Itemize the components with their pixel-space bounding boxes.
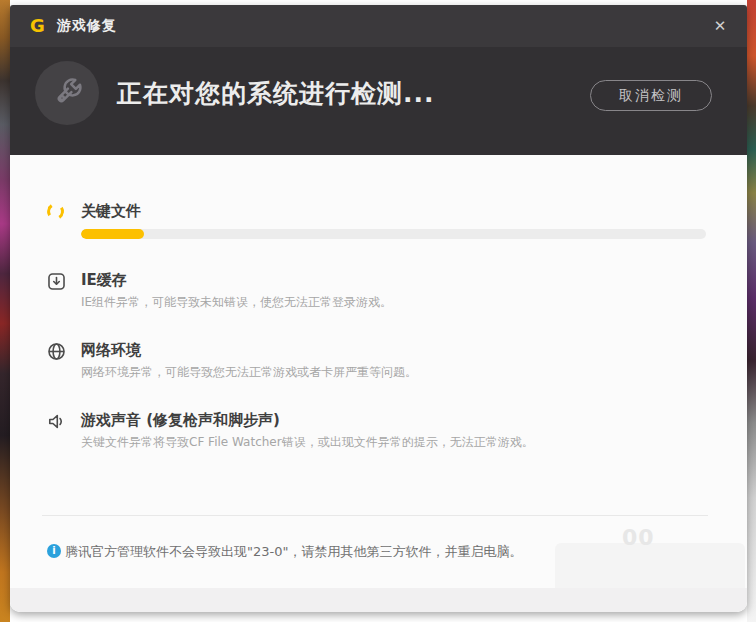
- game-repair-window: G 游戏修复 ✕ 正在对您的系统进行检测... 取消检测: [10, 5, 747, 612]
- window-title: 游戏修复: [57, 17, 117, 35]
- check-title: 游戏声音 (修复枪声和脚步声): [81, 411, 280, 430]
- check-desc: 网络环境异常，可能导致您无法正常游戏或者卡屏严重等问题。: [81, 364, 417, 381]
- globe-icon: [47, 342, 66, 361]
- desktop-background-right-edge: [747, 0, 756, 622]
- wrench-badge: [35, 61, 99, 125]
- wrench-icon: [47, 73, 87, 113]
- info-icon: i: [47, 544, 61, 558]
- check-desc: IE组件异常，可能导致未知错误，使您无法正常登录游戏。: [81, 294, 392, 311]
- app-logo-icon: G: [30, 17, 45, 35]
- close-icon[interactable]: ✕: [711, 17, 729, 35]
- status-text: 正在对您的系统进行检测...: [117, 77, 435, 110]
- screenshot-stage: G 游戏修复 ✕ 正在对您的系统进行检测... 取消检测: [0, 0, 756, 622]
- titlebar: G 游戏修复 ✕: [10, 5, 747, 47]
- check-title: 网络环境: [81, 341, 141, 360]
- divider: [42, 515, 708, 516]
- check-list: 关键文件 IE缓存 IE组件异常，可能导致未知错误，使您无法正常登录游戏。: [10, 155, 747, 612]
- check-title: IE缓存: [81, 271, 127, 290]
- download-icon: [47, 272, 66, 291]
- progress-bar: [81, 229, 706, 239]
- check-desc: 关键文件异常将导致CF File Watcher错误，或出现文件异常的提示，无法…: [81, 434, 534, 451]
- check-title: 关键文件: [81, 202, 141, 221]
- spinner-icon: [47, 203, 64, 220]
- header: 正在对您的系统进行检测... 取消检测: [10, 47, 747, 155]
- progress-fill: [81, 229, 144, 239]
- speaker-icon: [47, 412, 66, 431]
- window-bottom-strip: [10, 588, 747, 612]
- cancel-scan-button[interactable]: 取消检测: [590, 80, 712, 111]
- desktop-background-left-edge: [0, 0, 10, 622]
- watermark-text: 00: [622, 525, 655, 550]
- footer-note: 腾讯官方管理软件不会导致出现"23-0"，请禁用其他第三方软件，并重启电脑。: [65, 543, 522, 561]
